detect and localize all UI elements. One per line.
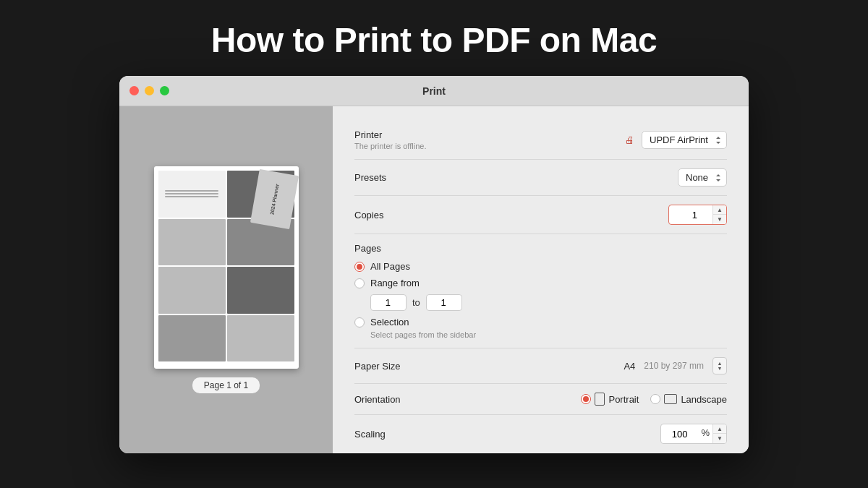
selection-radio[interactable]	[354, 317, 365, 328]
paper-size-row: Paper Size A4 210 by 297 mm A4 210 by 29…	[354, 348, 727, 384]
scaling-label: Scaling	[354, 429, 386, 440]
portrait-option[interactable]: Portrait	[581, 393, 639, 406]
preview-panel: 2024 Planner Page 1 of 1	[119, 106, 333, 453]
scaling-row: Scaling % ▲ ▼	[354, 415, 727, 453]
preview-cell-7	[158, 315, 226, 362]
presets-row: Presets None	[354, 160, 727, 196]
selection-hint: Select pages from the sidebar	[370, 330, 727, 339]
all-pages-row[interactable]: All Pages	[354, 261, 727, 272]
presets-left: Presets	[354, 172, 386, 183]
copies-label: Copies	[354, 210, 383, 221]
pages-label: Pages	[354, 243, 727, 254]
pages-section: Pages All Pages Range from to	[354, 234, 727, 348]
preview-cell-6	[227, 267, 294, 314]
orientation-right: Portrait Landscape	[581, 393, 727, 406]
landscape-option[interactable]: Landscape	[650, 394, 727, 405]
page-title: How to Print to PDF on Mac	[0, 20, 868, 60]
preview-page: 2024 Planner	[154, 166, 299, 369]
preview-cell-8	[227, 315, 294, 362]
presets-label: Presets	[354, 172, 386, 183]
scaling-stepper[interactable]: % ▲ ▼	[660, 424, 727, 444]
range-from-input[interactable]	[370, 294, 407, 311]
preview-cell-3	[158, 219, 226, 266]
range-to-input[interactable]	[426, 294, 462, 311]
window-title: Print	[422, 85, 446, 97]
print-dialog-window: Print 2024 Planner	[119, 76, 749, 453]
paper-size-stepper[interactable]: ▲ ▼	[712, 357, 727, 374]
copies-left: Copies	[354, 210, 383, 221]
paper-size-right: A4 210 by 297 mm A4 210 by 297 mm ▲ ▼	[624, 357, 727, 374]
settings-panel: Printer The printer is offline. 🖨 UPDF A…	[333, 106, 749, 453]
orientation-row: Orientation Portrait Landscape	[354, 384, 727, 415]
printer-status: The printer is offline.	[354, 142, 426, 150]
maximize-button[interactable]	[160, 86, 169, 95]
landscape-radio[interactable]	[650, 394, 660, 404]
copies-input[interactable]	[669, 205, 712, 224]
scaling-arrows: ▲ ▼	[712, 424, 726, 443]
range-inputs-row: to	[370, 294, 727, 311]
portrait-icon	[595, 393, 605, 406]
preview-caption: Page 1 of 1	[192, 377, 260, 393]
window-buttons	[129, 86, 169, 95]
range-from-label: Range from	[370, 278, 420, 288]
orientation-left: Orientation	[354, 394, 401, 405]
paper-size-label: Paper Size	[354, 361, 401, 372]
selection-label: Selection	[370, 317, 409, 328]
printer-icon: 🖨	[625, 134, 634, 145]
scaling-right: % ▲ ▼	[660, 424, 727, 444]
close-button[interactable]	[129, 86, 139, 95]
title-bar: Print	[119, 76, 749, 106]
presets-right: None	[678, 168, 727, 187]
all-pages-label: All Pages	[370, 261, 410, 272]
portrait-label: Portrait	[608, 394, 639, 405]
printer-select[interactable]: UPDF AirPrint	[642, 131, 727, 149]
paper-size-left: Paper Size	[354, 361, 401, 372]
scaling-increment[interactable]: ▲	[713, 424, 726, 434]
selection-radio-row[interactable]: Selection	[354, 317, 727, 328]
page-title-area: How to Print to PDF on Mac	[0, 0, 868, 76]
printer-left: Printer The printer is offline.	[354, 129, 426, 150]
copies-increment[interactable]: ▲	[713, 205, 726, 215]
scaling-left: Scaling	[354, 429, 386, 440]
copies-row: Copies ▲ ▼	[354, 196, 727, 234]
printer-label: Printer	[354, 129, 426, 140]
portrait-radio[interactable]	[581, 394, 591, 404]
minimize-button[interactable]	[145, 86, 154, 95]
landscape-label: Landscape	[681, 394, 727, 405]
window-body: 2024 Planner Page 1 of 1 Prin	[119, 106, 749, 453]
copies-arrows: ▲ ▼	[712, 205, 726, 224]
range-radio-row[interactable]: Range from	[354, 278, 727, 288]
copies-stepper[interactable]: ▲ ▼	[668, 205, 727, 225]
copies-right: ▲ ▼	[668, 205, 727, 225]
printer-row: Printer The printer is offline. 🖨 UPDF A…	[354, 121, 727, 160]
paper-size-dimensions: 210 by 297 mm	[644, 361, 704, 371]
landscape-icon	[664, 394, 677, 404]
orientation-label: Orientation	[354, 394, 401, 405]
range-to-label: to	[412, 297, 420, 308]
preview-cell-1	[158, 171, 226, 218]
range-radio[interactable]	[354, 278, 365, 288]
presets-select[interactable]: None	[678, 168, 727, 187]
scaling-input[interactable]	[661, 424, 701, 443]
printer-right: 🖨 UPDF AirPrint	[625, 131, 727, 149]
scaling-decrement[interactable]: ▼	[713, 434, 726, 443]
preview-cell-5	[158, 267, 226, 314]
copies-decrement[interactable]: ▼	[713, 215, 726, 224]
all-pages-radio[interactable]	[354, 262, 365, 272]
scaling-unit: %	[701, 424, 712, 443]
paper-size-value: A4	[624, 361, 635, 372]
